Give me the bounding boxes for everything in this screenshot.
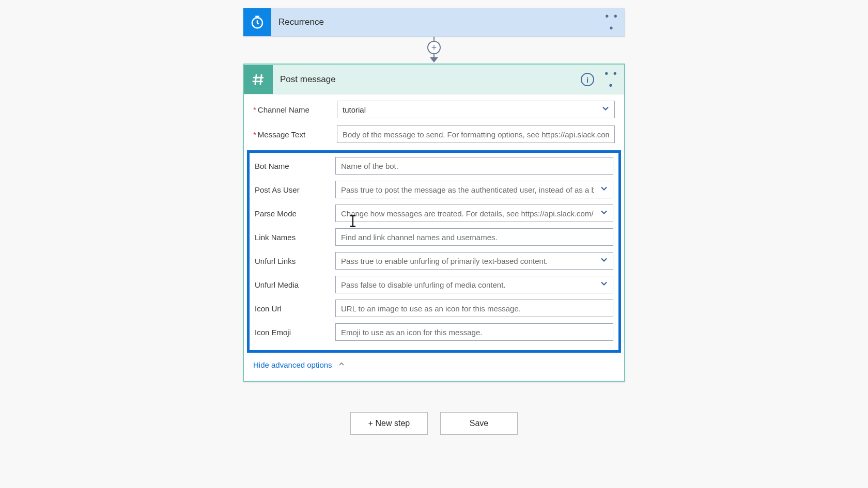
row-unfurl-links: Unfurl Links	[255, 252, 613, 270]
row-icon-emoji: Icon Emoji	[255, 323, 613, 341]
row-bot-name: Bot Name	[255, 157, 613, 175]
row-unfurl-media: Unfurl Media	[255, 276, 613, 293]
recurrence-header[interactable]: Recurrence • • •	[243, 8, 625, 36]
row-channel-name: *Channel Name	[253, 101, 615, 118]
recurrence-card[interactable]: Recurrence • • •	[243, 8, 625, 37]
post-as-user-select[interactable]	[335, 181, 613, 198]
new-step-button[interactable]: + New step	[350, 412, 428, 435]
advanced-options-highlight: Bot Name Post As User Parse Mod	[247, 150, 621, 353]
icon-emoji-input[interactable]	[335, 323, 613, 341]
recurrence-icon	[243, 8, 271, 36]
recurrence-more-icon[interactable]: • • •	[604, 10, 619, 34]
label-icon-url: Icon Url	[255, 304, 335, 313]
label-unfurl-links: Unfurl Links	[255, 257, 335, 265]
label-bot-name: Bot Name	[255, 162, 335, 170]
message-text-input[interactable]	[337, 125, 615, 143]
row-link-names: Link Names	[255, 228, 613, 246]
row-icon-url: Icon Url	[255, 300, 613, 317]
label-parse-mode: Parse Mode	[255, 209, 335, 218]
info-icon[interactable]: i	[581, 73, 594, 86]
bot-name-input[interactable]	[335, 157, 613, 175]
label-channel-name: *Channel Name	[253, 105, 337, 114]
label-link-names: Link Names	[255, 233, 335, 242]
label-icon-emoji: Icon Emoji	[255, 328, 335, 337]
footer-actions: + New step Save	[350, 412, 518, 435]
post-message-card: Post message i • • • *Channel Name *Mess…	[243, 64, 625, 382]
label-unfurl-media: Unfurl Media	[255, 280, 335, 289]
label-message-text: *Message Text	[253, 130, 337, 139]
hide-advanced-label: Hide advanced options	[253, 360, 332, 369]
unfurl-media-select[interactable]	[335, 276, 613, 293]
link-names-input[interactable]	[335, 228, 613, 246]
parse-mode-select[interactable]	[335, 204, 613, 222]
row-parse-mode: Parse Mode	[255, 204, 613, 222]
post-message-more-icon[interactable]: • • •	[603, 68, 619, 91]
icon-url-input[interactable]	[335, 300, 613, 317]
insert-step-button[interactable]: +	[427, 41, 441, 54]
row-post-as-user: Post As User	[255, 181, 613, 198]
save-button[interactable]: Save	[440, 412, 518, 435]
channel-name-select[interactable]	[337, 101, 615, 118]
flow-connector: +	[427, 37, 441, 64]
slack-hash-icon	[244, 65, 273, 94]
label-post-as-user: Post As User	[255, 185, 335, 194]
recurrence-title: Recurrence	[271, 17, 604, 27]
post-message-header[interactable]: Post message i • • •	[244, 65, 624, 95]
chevron-up-icon	[337, 360, 346, 370]
post-message-form: *Channel Name *Message Text Bot Name	[244, 95, 624, 353]
unfurl-links-select[interactable]	[335, 252, 613, 270]
post-message-title: Post message	[273, 74, 581, 85]
hide-advanced-options-toggle[interactable]: Hide advanced options	[244, 353, 624, 381]
row-message-text: *Message Text	[253, 125, 615, 143]
